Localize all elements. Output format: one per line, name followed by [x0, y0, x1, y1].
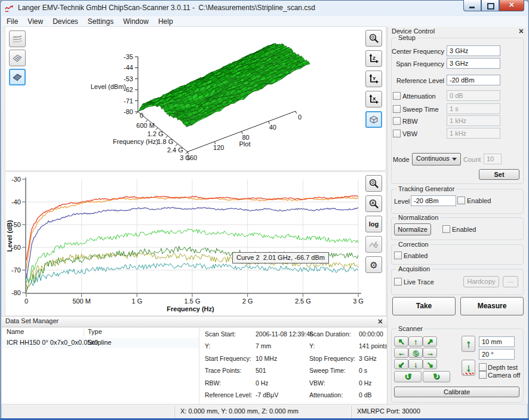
move-left-button[interactable]: ← [394, 348, 408, 358]
sweep-time-label: Sweep Time [402, 105, 439, 114]
take-button[interactable]: Take [392, 297, 456, 315]
tick-label: -30 [11, 176, 21, 183]
device-control-panel: Device Control × Setup Center Frequency … [387, 27, 528, 404]
move-up-button[interactable]: ↑ [408, 336, 423, 347]
move-down-right-button[interactable]: ↘ [423, 359, 437, 369]
camera-off-checkbox[interactable] [479, 371, 487, 379]
scan-info-v2: 0 Hz [359, 379, 372, 387]
marker-button[interactable] [365, 236, 382, 253]
device-control-close-icon[interactable]: × [519, 26, 524, 36]
scan-info-l1: Trace Points: [205, 367, 241, 374]
mode-label: Mode [393, 155, 410, 164]
scan-info-l2: VBW: [309, 379, 325, 387]
rotate-ccw-button[interactable]: ↺ [394, 371, 422, 382]
app-icon [5, 4, 14, 13]
mode-dropdown[interactable]: Continuous [412, 153, 461, 165]
column-header-type[interactable]: Type [88, 328, 102, 335]
tick-label: 160 [186, 154, 197, 161]
status-xmlrpc: XMLRPC Port: 30000 [351, 406, 527, 418]
move-right-button[interactable]: → [423, 348, 437, 358]
rotate-cw-button[interactable]: ↻ [423, 371, 450, 382]
center-frequency-input[interactable]: 3 GHz [447, 45, 500, 56]
set-button[interactable]: Set [479, 169, 519, 180]
scanner-step-input[interactable]: 10 mm [479, 336, 515, 347]
menu-devices[interactable]: Devices [48, 16, 83, 27]
calibrate-button[interactable]: Calibrate [394, 387, 519, 397]
column-separator[interactable] [84, 328, 84, 336]
depth-test-checkbox[interactable] [479, 363, 487, 371]
vbw-checkbox[interactable] [393, 130, 401, 137]
menu-window[interactable]: Window [118, 16, 153, 27]
menu-settings[interactable]: Settings [83, 16, 118, 27]
vbw-input: 1 kHz [447, 128, 500, 139]
tick-label: 3 G [353, 298, 364, 305]
rbw-checkbox[interactable] [393, 117, 401, 125]
dsm-header: Data Set Manager × [2, 317, 387, 327]
axis-z-icon: Z [368, 53, 379, 64]
maximize-button[interactable] [481, 0, 499, 11]
dsm-close-icon[interactable]: × [378, 317, 383, 326]
table-row[interactable]: ICR HH150 0° 0x7x0_0x0.05x0Stripline [2, 338, 199, 348]
zoom-out-button[interactable] [365, 195, 382, 212]
dsm-title: Data Set Manager [5, 317, 59, 324]
live-trace-checkbox[interactable] [394, 278, 402, 286]
tick-label: 2.5 G [295, 298, 311, 305]
settings-button[interactable]: ⚙ [365, 256, 382, 273]
home-button[interactable]: ◎ [408, 348, 423, 358]
plot2d-canvas[interactable]: -30-40-50-60-70-800500 M1 G1.5 G2 G2.5 G… [5, 172, 386, 315]
span-frequency-input[interactable]: 3 GHz [447, 58, 500, 69]
move-up-left-button[interactable]: ↖ [394, 336, 408, 347]
view-wireframe-button[interactable] [9, 50, 26, 66]
scan-info-v1: 10 MHz [256, 355, 277, 362]
view-surface-button[interactable] [9, 69, 26, 85]
tick-label: 600 M [136, 122, 155, 129]
status-cell-empty [2, 406, 180, 418]
scan-info-v1: -7 dBμV [256, 391, 278, 398]
menu-file[interactable]: File [2, 16, 23, 27]
zoom-button[interactable] [365, 30, 382, 47]
sweep-time-checkbox[interactable] [393, 105, 401, 113]
setup-group: Setup Center Frequency 3 GHz Span Freque… [391, 38, 524, 184]
surface-filled-icon [12, 72, 23, 82]
scan-info-v2: 141 points [359, 342, 387, 350]
axis-z-button[interactable]: Z [365, 50, 382, 67]
close-button[interactable] [499, 0, 524, 11]
tracking-level-input[interactable]: -20 dBm [411, 195, 456, 206]
scanner-angle-input[interactable]: 20 ° [479, 349, 515, 360]
correction-enabled-checkbox[interactable] [394, 252, 402, 259]
menu-view[interactable]: View [23, 16, 48, 27]
probe-down-button[interactable]: ↓ [462, 360, 475, 376]
zoom-in-button[interactable] [365, 175, 382, 192]
scanner-legend: Scanner [396, 325, 425, 332]
tick-label: 40 [269, 124, 276, 131]
column-header-name[interactable]: Name [7, 328, 24, 335]
tick-label: 1.5 G [184, 298, 201, 305]
move-down-left-button[interactable]: ↙ [394, 359, 408, 369]
move-up-right-button[interactable]: ↗ [423, 336, 437, 347]
menu-help[interactable]: Help [153, 16, 178, 27]
log-scale-button[interactable]: log [365, 216, 382, 232]
tracking-enabled-label: Enabled [467, 197, 491, 205]
probe-up-button[interactable]: ↑ [462, 336, 475, 352]
view-curves-button[interactable] [9, 30, 26, 47]
measure-button[interactable]: Measure [460, 297, 524, 315]
move-down-button[interactable]: ↓ [408, 359, 423, 369]
tick-label: 0 [140, 112, 143, 119]
status-bar: X: 0.000 mm, Y: 0.000 mm, Z: 0.000 mm XM… [2, 404, 527, 419]
depth-test-label: Depth test [488, 363, 518, 372]
axis-x-button[interactable]: X [365, 91, 382, 108]
normalize-button[interactable]: Normalize [394, 223, 431, 235]
scan-info-l1: Y: [205, 342, 210, 350]
surface-curves-icon [12, 33, 23, 44]
svg-text:X: X [373, 96, 376, 102]
normalization-enabled-checkbox[interactable] [442, 225, 450, 233]
view-3d-box-button[interactable] [365, 111, 382, 128]
attenuation-checkbox[interactable] [393, 92, 401, 100]
tracking-enabled-checkbox[interactable] [457, 197, 465, 204]
reference-level-input[interactable]: -20 dBm [447, 75, 500, 85]
tick-label: -53 [124, 75, 133, 82]
axis-y-button[interactable]: Y [365, 70, 382, 87]
minimize-button[interactable] [463, 0, 481, 11]
zoom-icon [368, 33, 379, 44]
plot3d-canvas[interactable]: -35-44-53-62-71-80Level (dBm)0600 M1.2 G… [5, 27, 386, 170]
